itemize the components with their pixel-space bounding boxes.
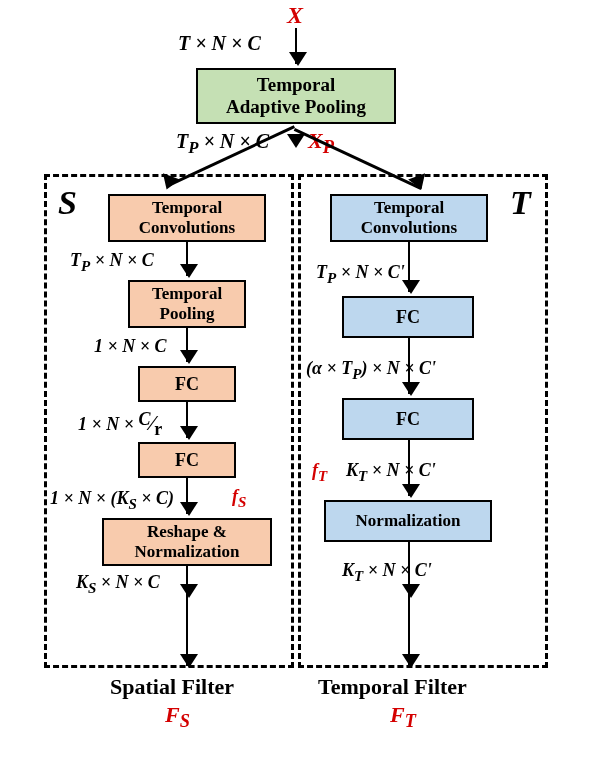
s-arrow-3 (186, 402, 188, 438)
t-dim-3: KT × N × C' (346, 460, 436, 485)
FS-var: FS (165, 702, 190, 732)
t-arrow-1 (408, 242, 410, 292)
t-block-fc1: FC (342, 296, 474, 338)
t-block-fc2: FC (342, 398, 474, 440)
s-arrow-2 (186, 328, 188, 362)
s-block-fc2: FC (138, 442, 236, 478)
s-arrow-5 (186, 566, 188, 596)
t-dim-2: (α × TP) × N × C' (306, 358, 436, 383)
t-dim-4: KT × N × C' (342, 560, 432, 585)
t-fT: fT (312, 460, 327, 485)
s-dim-1: TP × N × C (70, 250, 154, 275)
s-arrow-4 (186, 478, 188, 514)
t-dim-1: TP × N × C' (316, 262, 405, 287)
s-dim-2: 1 × N × C (94, 336, 167, 357)
spatial-filter-label: Spatial Filter (110, 674, 234, 700)
s-arrow-out (186, 596, 188, 666)
s-block-temppool: Temporal Pooling (128, 280, 246, 328)
FT-var: FT (390, 702, 416, 732)
s-arrow-1 (186, 242, 188, 276)
s-dim-4: 1 × N × (KS × C) (50, 488, 174, 513)
s-fS: fS (232, 486, 246, 511)
s-block-reshape: Reshape & Normalization (102, 518, 272, 566)
isfl-diagram: X T × N × C Temporal Adaptive Pooling TP… (0, 0, 590, 762)
temporal-filter-label: Temporal Filter (318, 674, 467, 700)
s-dim-5: KS × N × C (76, 572, 160, 597)
input-dim: T × N × C (178, 32, 261, 55)
t-arrow-out (408, 596, 410, 666)
branch-S-letter: S (58, 184, 77, 222)
t-block-norm: Normalization (324, 500, 492, 542)
t-block-tempconv: Temporal Convolutions (330, 194, 488, 242)
s-dim-3: 1 × N × C⁄r (78, 410, 162, 436)
s-block-tempconv: Temporal Convolutions (108, 194, 266, 242)
input-X: X (287, 2, 303, 29)
s-block-fc1: FC (138, 366, 236, 402)
branch-T-letter: T (510, 184, 531, 222)
arrow-top (295, 28, 297, 64)
block-temporal-adaptive-pooling: Temporal Adaptive Pooling (196, 68, 396, 124)
